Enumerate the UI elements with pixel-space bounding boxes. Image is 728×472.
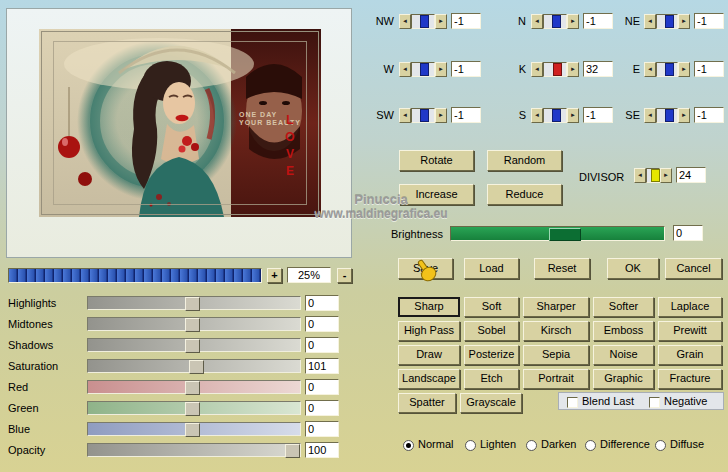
preset-prewitt[interactable]: Prewitt [658, 321, 722, 341]
slider-thumb[interactable] [665, 109, 674, 122]
slider-thumb[interactable] [549, 228, 581, 241]
preset-sharper[interactable]: Sharper [523, 297, 589, 317]
blend-mode-diffuse[interactable]: Diffuse [655, 438, 704, 451]
slider-thumb[interactable] [185, 402, 200, 416]
kernel-k-value[interactable] [583, 61, 613, 77]
highlights-slider[interactable] [87, 296, 301, 310]
divisor-slider[interactable]: ◄► [634, 168, 672, 183]
slider-track[interactable] [543, 108, 567, 123]
kernel-sw-slider[interactable]: ◄► [399, 108, 447, 123]
slider-track[interactable] [543, 62, 567, 77]
shadows-value[interactable] [305, 337, 339, 353]
arrow-right-icon[interactable]: ► [567, 14, 579, 29]
arrow-left-icon[interactable]: ◄ [634, 168, 646, 183]
radio-icon[interactable] [403, 440, 414, 451]
kernel-e-value[interactable] [694, 61, 724, 77]
radio-icon[interactable] [465, 440, 476, 451]
slider-track[interactable] [656, 108, 678, 123]
arrow-right-icon[interactable]: ► [678, 14, 690, 29]
midtones-slider[interactable] [87, 317, 301, 331]
preset-high-pass[interactable]: High Pass [398, 321, 460, 341]
random-button[interactable]: Random [487, 150, 562, 171]
blue-slider[interactable] [87, 422, 301, 436]
kernel-s-slider[interactable]: ◄► [531, 108, 579, 123]
brightness-slider[interactable] [450, 226, 665, 241]
preset-posterize[interactable]: Posterize [464, 345, 519, 365]
slider-track[interactable] [656, 62, 678, 77]
midtones-value[interactable] [305, 316, 339, 332]
checkbox-icon[interactable] [649, 397, 660, 408]
save-button[interactable]: Save [398, 258, 453, 279]
preset-sepia[interactable]: Sepia [523, 345, 589, 365]
radio-icon[interactable] [585, 440, 596, 451]
arrow-right-icon[interactable]: ► [678, 62, 690, 77]
green-value[interactable] [305, 400, 339, 416]
arrow-right-icon[interactable]: ► [567, 62, 579, 77]
zoom-out-button[interactable]: - [337, 268, 352, 283]
zoom-in-button[interactable]: + [267, 268, 282, 283]
arrow-right-icon[interactable]: ► [567, 108, 579, 123]
opacity-slider[interactable] [87, 443, 301, 457]
slider-thumb[interactable] [189, 360, 204, 374]
kernel-nw-value[interactable] [451, 13, 481, 29]
radio-icon[interactable] [526, 440, 537, 451]
divisor-value[interactable] [676, 167, 706, 183]
slider-track[interactable] [411, 108, 435, 123]
preset-draw[interactable]: Draw [398, 345, 460, 365]
kernel-s-value[interactable] [583, 107, 613, 123]
slider-thumb[interactable] [185, 297, 200, 311]
checkbox-icon[interactable] [567, 397, 578, 408]
red-slider[interactable] [87, 380, 301, 394]
arrow-left-icon[interactable]: ◄ [399, 14, 411, 29]
reset-button[interactable]: Reset [534, 258, 590, 279]
preset-laplace[interactable]: Laplace [658, 297, 722, 317]
blue-value[interactable] [305, 421, 339, 437]
kernel-ne-value[interactable] [694, 13, 724, 29]
preset-grayscale[interactable]: Grayscale [460, 393, 522, 413]
blend-mode-darken[interactable]: Darken [526, 438, 576, 451]
shadows-slider[interactable] [87, 338, 301, 352]
red-value[interactable] [305, 379, 339, 395]
arrow-left-icon[interactable]: ◄ [399, 62, 411, 77]
arrow-left-icon[interactable]: ◄ [644, 62, 656, 77]
arrow-right-icon[interactable]: ► [678, 108, 690, 123]
arrow-right-icon[interactable]: ► [435, 108, 447, 123]
slider-track[interactable] [411, 62, 435, 77]
slider-thumb[interactable] [665, 15, 674, 28]
saturation-value[interactable] [305, 358, 339, 374]
kernel-n-value[interactable] [583, 13, 613, 29]
load-button[interactable]: Load [464, 258, 519, 279]
preset-etch[interactable]: Etch [464, 369, 519, 389]
kernel-n-slider[interactable]: ◄► [531, 14, 579, 29]
preset-grain[interactable]: Grain [658, 345, 722, 365]
arrow-left-icon[interactable]: ◄ [531, 62, 543, 77]
preset-landscape[interactable]: Landscape [398, 369, 460, 389]
ok-button[interactable]: OK [607, 258, 659, 279]
slider-thumb[interactable] [185, 318, 200, 332]
arrow-left-icon[interactable]: ◄ [531, 14, 543, 29]
zoom-progress-bar[interactable] [8, 268, 262, 283]
preset-portrait[interactable]: Portrait [523, 369, 589, 389]
slider-thumb[interactable] [420, 109, 429, 122]
slider-thumb[interactable] [651, 169, 660, 182]
slider-thumb[interactable] [552, 109, 561, 122]
kernel-k-slider[interactable]: ◄► [531, 62, 579, 77]
slider-thumb[interactable] [665, 63, 674, 76]
blend-mode-lighten[interactable]: Lighten [465, 438, 516, 451]
slider-thumb[interactable] [185, 423, 200, 437]
preset-noise[interactable]: Noise [593, 345, 654, 365]
brightness-value[interactable] [673, 225, 703, 241]
slider-track[interactable] [646, 168, 660, 183]
arrow-left-icon[interactable]: ◄ [644, 14, 656, 29]
preview-image[interactable]: ONE DAY YOUR BEAUTY LOVE [39, 29, 321, 217]
blend-last-checkbox[interactable]: Blend Last [567, 395, 634, 408]
rotate-button[interactable]: Rotate [399, 150, 474, 171]
preset-sobel[interactable]: Sobel [464, 321, 519, 341]
blend-mode-normal[interactable]: Normal [403, 438, 453, 451]
preset-sharp[interactable]: Sharp [398, 297, 460, 317]
preset-soft[interactable]: Soft [464, 297, 519, 317]
slider-thumb[interactable] [420, 63, 429, 76]
kernel-se-slider[interactable]: ◄► [644, 108, 690, 123]
green-slider[interactable] [87, 401, 301, 415]
arrow-left-icon[interactable]: ◄ [399, 108, 411, 123]
